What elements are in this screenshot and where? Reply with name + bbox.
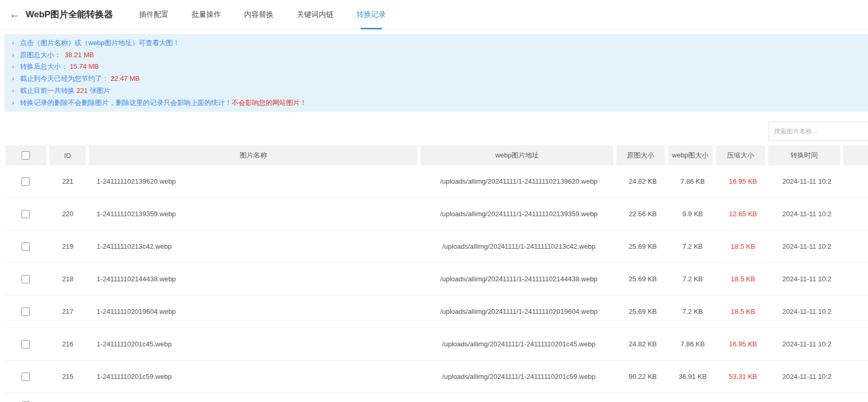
table-row: 2171-241111102019604.webp/uploads/allimg… (5, 295, 868, 328)
row-checkbox[interactable] (22, 308, 30, 316)
cell-webp: 7.86 KB (670, 165, 715, 197)
active-tab-underline (361, 28, 382, 29)
table-row: 2181-241111102144438.webp/uploads/allimg… (5, 263, 868, 295)
bullet-icon: › (12, 99, 14, 107)
row-checkbox[interactable] (22, 340, 30, 348)
cell-orig: 24.82 KB (619, 165, 667, 197)
cell-checkbox (5, 393, 46, 402)
cell-name[interactable]: 1-241111102139620.webp (89, 165, 419, 197)
cell-time: 2024-11-11 10:2 (771, 263, 843, 295)
tab-label: 内容替换 (244, 10, 274, 19)
cell-webp: 7.2 KB (670, 263, 715, 295)
tab-4[interactable]: 关键词内链 (285, 0, 345, 29)
cell-name[interactable]: 1-24111110213c42.webp (89, 230, 419, 262)
bullet-icon: › (12, 39, 14, 47)
cell-saved: 12.65 KB (718, 198, 768, 230)
cell-id: 219 (49, 230, 86, 262)
cell-time: 2024-11-11 10:2 (771, 230, 843, 262)
notice-line: ›原图总大小： 38.21 MB (4, 49, 868, 61)
row-checkbox[interactable] (22, 373, 30, 381)
cell-id: 220 (49, 198, 86, 230)
cell-path[interactable]: /uploads/allimg/20241111/1-2411111020196… (422, 295, 615, 327)
cell-saved: 18.5 KB (718, 295, 768, 327)
back-arrow-icon[interactable]: ← (9, 9, 19, 19)
table-row-partial (5, 393, 868, 402)
cell-webp: 36.91 KB (670, 361, 715, 393)
notice-box: ›点击（图片名称）或（webp图片地址）可查看大图！›原图总大小： 38.21 … (4, 34, 868, 112)
cell-time: 2024-11-11 10:2 (771, 328, 843, 360)
cell-orig: 25.69 KB (619, 230, 667, 262)
cell-name[interactable]: 1-241111102144438.webp (89, 263, 419, 295)
cell-path[interactable]: /uploads/allimg/20241111/1-24111110213c4… (422, 230, 615, 262)
cell-time: 2024-11-11 10:2 (771, 361, 843, 393)
search-band (0, 112, 868, 145)
column-header-saved: 压缩大小 (716, 145, 765, 165)
notice-highlight: 22.47 MB (111, 75, 140, 82)
notice-line: ›截止到今天已经为您节约了： 22.47 MB (4, 73, 868, 85)
page: ← WebP图片全能转换器 插件配置批量操作内容替换关键词内链转换记录 ›点击（… (0, 0, 868, 402)
table-body: 2211-241111102139620.webp/uploads/allimg… (5, 165, 868, 402)
tab-5[interactable]: 转换记录 (345, 0, 398, 29)
cell-orig: 90.22 KB (619, 361, 667, 393)
tab-1[interactable]: 插件配置 (128, 0, 180, 29)
cell-saved: 53.31 KB (718, 361, 768, 393)
tab-label: 转换记录 (357, 10, 386, 19)
cell-path[interactable]: /uploads/allimg/20241111/1-24111110201c5… (422, 361, 615, 393)
row-checkbox[interactable] (22, 275, 30, 283)
cell-id: 221 (49, 165, 86, 197)
tab-label: 关键词内链 (297, 10, 333, 19)
cell-saved: 16.95 KB (718, 165, 768, 197)
cell-webp: 7.86 KB (670, 328, 715, 360)
cell-webp: 9.9 KB (670, 198, 715, 230)
cell-saved: 16.95 KB (718, 328, 768, 360)
cell-path[interactable]: /uploads/allimg/20241111/1-2411111021396… (422, 165, 615, 197)
tab-2[interactable]: 批量操作 (180, 0, 233, 29)
notice-line: ›截止目前一共转换 221 张图片 (4, 85, 868, 97)
row-checkbox[interactable] (22, 177, 30, 186)
conversion-table: ID图片名称webp图片地址原图大小webp图大小压缩大小转换时间 2211-2… (5, 145, 868, 402)
cell-saved: 18.5 KB (718, 230, 768, 262)
column-header-time: 转换时间 (768, 145, 840, 165)
cell-webp: 7.2 KB (670, 230, 715, 262)
table-row: 2191-24111110213c42.webp/uploads/allimg/… (5, 230, 868, 263)
notice-line: ›转换记录的删除不会删除图片，删除这里的记录只会影响上面的统计！不会影响您的网站… (4, 97, 868, 109)
column-header-id: ID (49, 145, 86, 165)
notice-text: 点击（图片名称）或（webp图片地址）可查看大图！ (20, 39, 180, 47)
tab-3[interactable]: 内容替换 (233, 0, 285, 29)
table-row: 2211-241111102139620.webp/uploads/allimg… (5, 165, 868, 198)
cell-checkbox (5, 361, 46, 393)
cell-path[interactable]: /uploads/allimg/20241111/1-2411111021393… (422, 198, 615, 230)
row-checkbox[interactable] (22, 242, 30, 251)
table-row: 2161-24111110201c45.webp/uploads/allimg/… (5, 328, 868, 361)
cell-id: 218 (49, 263, 86, 295)
notice-text: 截止目前一共转换 (20, 87, 77, 94)
cell-id: 215 (49, 361, 86, 393)
tab-bar: 插件配置批量操作内容替换关键词内链转换记录 (128, 0, 398, 29)
cell-checkbox (5, 165, 46, 197)
cell-name[interactable]: 1-241111102019604.webp (89, 295, 419, 327)
cell-checkbox (5, 230, 46, 262)
column-header-name: 图片名称 (89, 145, 417, 165)
cell-name[interactable]: 1-241111102139359.webp (89, 198, 419, 230)
bullet-icon: › (12, 75, 14, 82)
select-all-checkbox[interactable] (22, 151, 30, 160)
notice-text: 转换后总大小： (20, 62, 70, 70)
cell-time: 2024-11-11 10:2 (771, 165, 843, 197)
cell-path[interactable]: /uploads/allimg/20241111/1-2411111021444… (422, 263, 615, 295)
cell-orig: 25.69 KB (619, 295, 667, 327)
search-input[interactable] (768, 122, 868, 141)
bullet-icon: › (12, 63, 14, 70)
notice-highlight: 不会影响您的网站图片！ (232, 99, 307, 107)
row-checkbox[interactable] (22, 210, 30, 218)
notice-text: 截止到今天已经为您节约了： (20, 75, 111, 82)
cell-name[interactable]: 1-24111110201c59.webp (89, 361, 419, 393)
cell-path[interactable]: /uploads/allimg/20241111/1-24111110201c4… (422, 328, 615, 360)
notice-line: ›点击（图片名称）或（webp图片地址）可查看大图！ (4, 37, 868, 49)
cell-checkbox (5, 263, 46, 295)
cell-time: 2024-11-11 10:2 (771, 295, 843, 327)
cell-checkbox (5, 328, 46, 360)
table-row: 2201-241111102139359.webp/uploads/allimg… (5, 198, 868, 230)
cell-name[interactable]: 1-24111110201c45.webp (89, 328, 419, 360)
cell-saved: 18.5 KB (718, 263, 768, 295)
notice-text: 张图片 (88, 87, 110, 94)
